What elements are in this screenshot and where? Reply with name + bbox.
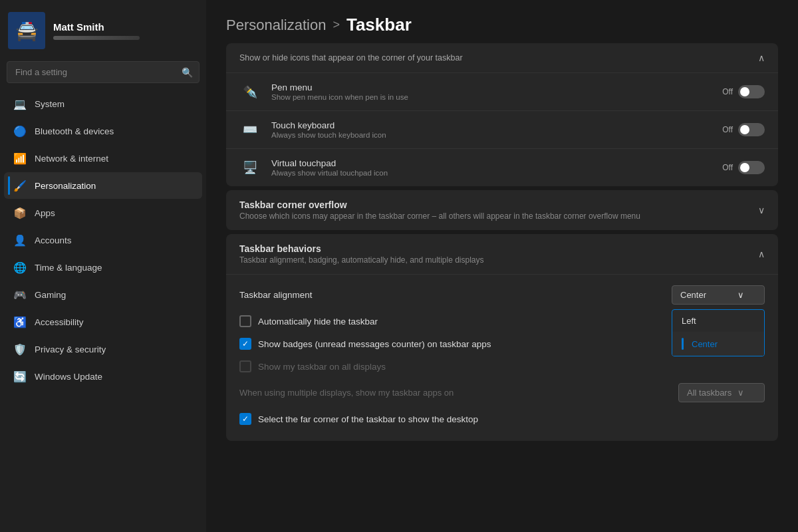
virtual-touchpad-desc: Always show virtual touchpad icon [271, 169, 712, 177]
sidebar-item-accounts[interactable]: 👤 Accounts [4, 227, 202, 253]
taskbar-icons-header-text: Show or hide icons that appear on the co… [239, 53, 463, 63]
select-far-corner-label: Select the far corner of the taskbar to … [258, 414, 478, 424]
page-header: Personalization > Taskbar [206, 0, 798, 43]
search-box: 🔍 [7, 61, 200, 83]
search-input[interactable] [7, 61, 200, 83]
touch-keyboard-icon: ⌨️ [239, 119, 261, 140]
taskbar-alignment-row: Taskbar alignment Center ∨ Left [239, 280, 765, 310]
show-badges-checkbox[interactable]: ✓ [239, 338, 251, 350]
page-title: Taskbar [346, 15, 412, 35]
show-badges-checkmark: ✓ [242, 339, 249, 348]
sidebar-item-label-system: System [35, 99, 65, 109]
virtual-touchpad-off-label: Off [722, 163, 733, 172]
taskbar-icons-header[interactable]: Show or hide icons that appear on the co… [226, 43, 778, 72]
sidebar-item-label-apps: Apps [35, 208, 55, 218]
virtual-touchpad-name: Virtual touchpad [271, 158, 712, 168]
avatar-icon: 🚔 [15, 20, 39, 42]
sidebar-item-label-accessibility: Accessibility [35, 317, 84, 327]
windows-update-icon: 🔄 [13, 370, 27, 383]
breadcrumb-separator: > [332, 18, 340, 32]
breadcrumb-parent: Personalization [226, 17, 326, 34]
pen-menu-icon: ✒️ [239, 81, 261, 102]
touch-keyboard-toggle[interactable] [738, 123, 765, 136]
sidebar-item-label-network: Network & internet [35, 154, 108, 164]
network-icon: 📶 [13, 152, 27, 165]
sidebar-item-privacy[interactable]: 🛡️ Privacy & security [4, 336, 202, 362]
pen-menu-off-label: Off [722, 87, 733, 96]
gaming-icon: 🎮 [13, 288, 27, 301]
alignment-option-left[interactable]: Left [672, 310, 764, 332]
taskbar-corner-overflow-text: Taskbar corner overflow Choose which ico… [239, 200, 640, 221]
behaviors-content: Taskbar alignment Center ∨ Left [226, 275, 778, 441]
taskbar-behaviors-section: Taskbar behaviors Taskbar alignment, bad… [226, 234, 778, 441]
sidebar-item-system[interactable]: 💻 System [4, 90, 202, 117]
show-badges-label: Show badges (unread messages counter) on… [258, 339, 491, 349]
selected-indicator [682, 338, 684, 350]
accounts-icon: 👤 [13, 233, 27, 247]
touch-keyboard-name: Touch keyboard [271, 120, 712, 130]
privacy-icon: 🛡️ [13, 342, 27, 356]
touch-keyboard-toggle-thumb [740, 125, 749, 134]
all-displays-checkbox[interactable] [239, 360, 251, 372]
alignment-dropdown-button[interactable]: Center ∨ [672, 285, 765, 305]
pen-menu-toggle[interactable] [738, 85, 765, 98]
alignment-dropdown-value: Center [680, 290, 706, 300]
system-icon: 💻 [13, 97, 27, 110]
sidebar-item-personalization[interactable]: 🖌️ Personalization [4, 172, 202, 199]
avatar: 🚔 [8, 12, 45, 49]
sidebar-item-label-accounts: Accounts [35, 235, 72, 245]
all-taskbars-dropdown[interactable]: All taskbars ∨ [678, 383, 765, 402]
user-profile[interactable]: 🚔 Matt Smith [0, 0, 206, 59]
all-taskbars-chevron: ∨ [737, 388, 744, 398]
select-far-corner-checkmark: ✓ [242, 414, 249, 424]
alignment-left-label: Left [682, 316, 696, 326]
user-info: Matt Smith [53, 21, 140, 40]
taskbar-corner-overflow-header[interactable]: Taskbar corner overflow Choose which ico… [226, 190, 778, 230]
taskbar-icons-section: Show or hide icons that appear on the co… [226, 43, 778, 186]
sidebar-item-accessibility[interactable]: ♿ Accessibility [4, 309, 202, 335]
chevron-down-icon: ∨ [758, 205, 765, 215]
alignment-center-label: Center [692, 339, 718, 349]
bluetooth-icon: 🔵 [13, 124, 27, 138]
sidebar-item-windows-update[interactable]: 🔄 Windows Update [4, 363, 202, 390]
pen-menu-row: ✒️ Pen menu Show pen menu icon when pen … [226, 72, 778, 110]
pen-menu-name: Pen menu [271, 82, 712, 92]
touch-keyboard-off-label: Off [722, 125, 733, 134]
virtual-touchpad-toggle[interactable] [738, 161, 765, 174]
sidebar-item-network[interactable]: 📶 Network & internet [4, 145, 202, 172]
sidebar-item-label-bluetooth: Bluetooth & devices [35, 126, 114, 136]
sidebar-item-bluetooth[interactable]: 🔵 Bluetooth & devices [4, 118, 202, 144]
taskbar-behaviors-title: Taskbar behaviors [239, 243, 484, 254]
touch-keyboard-row: ⌨️ Touch keyboard Always show touch keyb… [226, 110, 778, 148]
taskbar-behaviors-header[interactable]: Taskbar behaviors Taskbar alignment, bad… [226, 234, 778, 274]
chevron-up-icon: ∧ [758, 53, 765, 63]
sidebar-item-time[interactable]: 🌐 Time & language [4, 254, 202, 281]
virtual-touchpad-toggle-thumb [740, 163, 749, 172]
sidebar-item-gaming[interactable]: 🎮 Gaming [4, 281, 202, 308]
user-name: Matt Smith [53, 21, 140, 33]
taskbar-corner-overflow-title: Taskbar corner overflow [239, 200, 640, 210]
taskbar-behaviors-text: Taskbar behaviors Taskbar alignment, bad… [239, 243, 484, 265]
taskbar-corner-overflow-section: Taskbar corner overflow Choose which ico… [226, 190, 778, 230]
sidebar-item-label-personalization: Personalization [35, 181, 96, 191]
user-status-bar [53, 36, 140, 40]
virtual-touchpad-icon: 🖥️ [239, 157, 261, 178]
avatar-image: 🚔 [8, 12, 45, 49]
sidebar-item-label-gaming: Gaming [35, 290, 66, 300]
select-far-corner-row: ✓ Select the far corner of the taskbar t… [239, 408, 765, 430]
content-area: Show or hide icons that appear on the co… [206, 43, 798, 532]
virtual-touchpad-text: Virtual touchpad Always show virtual tou… [271, 158, 712, 177]
pen-menu-toggle-thumb [740, 87, 749, 96]
sidebar-item-label-windows-update: Windows Update [35, 372, 102, 382]
sidebar-item-apps[interactable]: 📦 Apps [4, 200, 202, 226]
accessibility-icon: ♿ [13, 315, 27, 329]
auto-hide-checkbox[interactable] [239, 315, 251, 327]
sidebar-item-label-privacy: Privacy & security [35, 344, 106, 354]
personalization-icon: 🖌️ [13, 179, 27, 192]
all-displays-label: Show my taskbar on all displays [258, 362, 386, 372]
multiple-displays-row: When using multiple displays, show my ta… [239, 378, 765, 408]
touch-keyboard-desc: Always show touch keyboard icon [271, 131, 712, 139]
alignment-option-center[interactable]: Center [672, 332, 764, 356]
select-far-corner-checkbox[interactable]: ✓ [239, 413, 251, 425]
apps-icon: 📦 [13, 206, 27, 219]
